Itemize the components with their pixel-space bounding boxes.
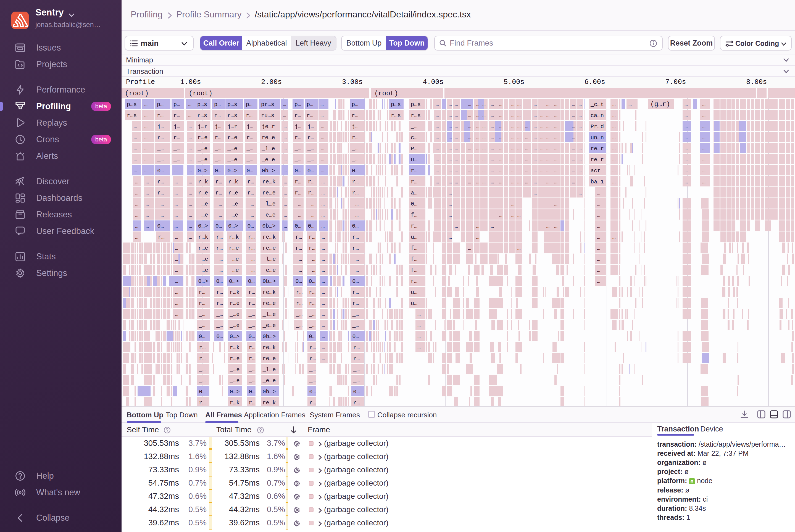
svg-text:…: …: [612, 134, 616, 141]
svg-text:…: …: [476, 124, 479, 130]
svg-text:0b…>: 0b…>: [262, 223, 276, 229]
svg-text:…: …: [684, 112, 688, 119]
svg-text:…: …: [572, 134, 575, 141]
svg-text:…: …: [322, 234, 325, 240]
svg-text:…: …: [455, 124, 458, 130]
svg-text:…: …: [579, 157, 582, 163]
svg-text:…: …: [175, 190, 178, 196]
svg-text:…: …: [476, 168, 479, 174]
svg-text:r…k: r…k: [230, 344, 240, 351]
svg-text:…: …: [517, 112, 521, 119]
svg-text:…: …: [283, 134, 287, 141]
svg-text:0b…>: 0b…>: [262, 168, 275, 174]
svg-text:…: …: [189, 190, 192, 196]
svg-text:…: …: [572, 124, 575, 130]
svg-text:_e…e: _e…e: [262, 212, 276, 218]
svg-text:…: …: [546, 134, 549, 141]
svg-text:j…: j…: [173, 124, 180, 130]
svg-text:…: …: [189, 124, 192, 130]
svg-text:…: …: [449, 190, 452, 196]
svg-text:…: …: [546, 168, 549, 174]
svg-text:_…: _…: [352, 322, 359, 329]
svg-text:_…: _…: [246, 146, 253, 152]
svg-text:_…: _…: [308, 322, 316, 329]
svg-text:0…: 0…: [215, 168, 221, 174]
svg-text:0…: 0…: [215, 223, 222, 229]
svg-text:…: …: [546, 146, 549, 152]
svg-text:…: …: [612, 101, 616, 108]
svg-text:…: …: [684, 168, 688, 174]
svg-text:…: …: [572, 146, 575, 152]
svg-text:…: …: [321, 157, 324, 163]
svg-text:_…: _…: [248, 256, 255, 262]
svg-text:_…e: _…e: [227, 146, 237, 152]
svg-text:…: …: [175, 245, 178, 251]
svg-text:…: …: [597, 245, 600, 251]
svg-text:…: …: [284, 190, 287, 196]
svg-text:0…>: 0…>: [197, 168, 207, 174]
svg-text:…: …: [146, 212, 149, 218]
svg-text:_…: _…: [353, 366, 360, 373]
svg-text:_…: _…: [248, 267, 255, 273]
svg-text:r…k: r…k: [198, 234, 208, 240]
svg-text:…: …: [597, 201, 600, 207]
svg-text:…: …: [540, 146, 544, 152]
svg-text:…: …: [491, 112, 494, 119]
svg-text:…: …: [597, 212, 600, 218]
svg-text:…: …: [579, 112, 582, 119]
svg-text:…: …: [684, 101, 688, 108]
svg-text:…: …: [449, 201, 452, 207]
svg-text:…: …: [321, 190, 325, 196]
svg-text:…: …: [546, 101, 549, 108]
svg-text:…: …: [612, 146, 616, 152]
svg-text:0…: 0…: [248, 278, 255, 285]
svg-text:r…: r…: [248, 234, 255, 240]
svg-text:…: …: [455, 223, 458, 229]
svg-text:…: …: [546, 112, 549, 119]
svg-text:…: …: [476, 134, 479, 141]
svg-text:r…: r…: [157, 179, 164, 185]
svg-text:…: …: [175, 223, 178, 229]
svg-text:…: …: [499, 157, 503, 163]
svg-text:…: …: [417, 344, 421, 351]
svg-text:Pr…d: Pr…d: [591, 124, 604, 130]
svg-text:…: …: [499, 134, 503, 141]
svg-text:…: …: [579, 190, 582, 196]
svg-text:…: …: [135, 190, 138, 196]
svg-text:…: …: [476, 146, 479, 152]
svg-text:…: …: [449, 234, 452, 240]
svg-text:(g…r): (g…r): [650, 100, 670, 108]
svg-text:…: …: [417, 322, 421, 329]
svg-text:…: …: [579, 168, 582, 174]
svg-text:r…: r…: [352, 134, 359, 141]
svg-text:…: …: [491, 223, 494, 229]
svg-text:0…: 0…: [307, 168, 314, 174]
svg-text:…: …: [175, 289, 178, 296]
svg-text:0…: 0…: [247, 223, 254, 229]
svg-text:p…s: p…s: [197, 101, 207, 108]
svg-text:r…: r…: [353, 344, 360, 351]
svg-text:…: …: [579, 146, 582, 152]
svg-text:…: …: [175, 212, 178, 218]
svg-text:_…e: _…e: [229, 256, 239, 262]
svg-text:…: …: [455, 179, 458, 185]
svg-text:0…: 0…: [352, 278, 359, 285]
svg-text:_…e: _…e: [229, 311, 240, 318]
svg-text:r…: r…: [249, 344, 255, 351]
svg-text:…: …: [482, 124, 486, 130]
svg-text:r…: r…: [353, 289, 359, 296]
svg-text:0…: 0…: [247, 168, 253, 174]
svg-text:…: …: [491, 179, 494, 185]
svg-text:…: …: [436, 101, 439, 108]
svg-text:_…: _…: [295, 256, 302, 262]
svg-text:…: …: [517, 179, 521, 185]
svg-text:…: …: [134, 146, 137, 152]
svg-text:…: …: [491, 168, 494, 174]
svg-text:r…k: r…k: [230, 400, 240, 406]
svg-text:r…: r…: [309, 234, 316, 240]
svg-text:…: …: [436, 179, 439, 185]
svg-text:…: …: [612, 112, 616, 119]
svg-text:p…: p…: [157, 101, 164, 108]
svg-text:_…: _…: [248, 311, 255, 318]
svg-text:…: …: [554, 179, 557, 185]
